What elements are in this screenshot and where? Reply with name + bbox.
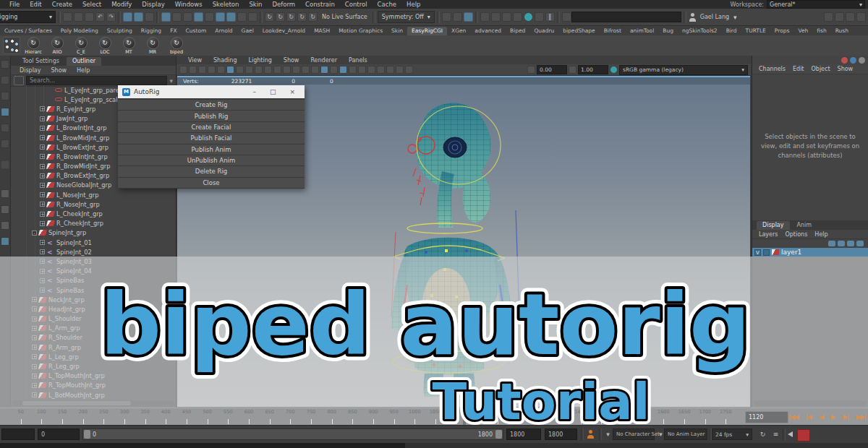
- hierarchy-dots-icon[interactable]: [3, 37, 20, 54]
- make-live-icon[interactable]: [216, 12, 225, 22]
- expand-toggle-icon[interactable]: +: [40, 240, 45, 245]
- shelf-tab-mash[interactable]: MASH: [310, 27, 334, 35]
- create-rig-button[interactable]: Create Rig: [118, 100, 305, 110]
- layer-menu-help[interactable]: Help: [811, 231, 831, 238]
- outliner-filter-icon[interactable]: [14, 76, 24, 85]
- outliner-item-headjnt-grp[interactable]: +HeadJnt_grp: [11, 304, 176, 314]
- redo-icon[interactable]: ↷: [106, 12, 116, 22]
- shelf-button-c-e[interactable]: ↻C_E: [70, 36, 92, 56]
- outliner-item-l-cheekjnt-grp[interactable]: +L_CheekJnt_grp: [11, 209, 176, 218]
- shelf-tab-quadru[interactable]: Quadru: [529, 27, 558, 35]
- viewport-menu-renderer[interactable]: Renderer: [305, 57, 343, 64]
- paint-select-tool-icon[interactable]: [1, 92, 9, 100]
- outliner-item-spinejnt-01[interactable]: +<SpineJnt_01: [11, 238, 176, 247]
- menu-modify[interactable]: Modify: [106, 1, 137, 8]
- film-gate-icon[interactable]: [255, 66, 263, 74]
- animation-preferences-icon[interactable]: [797, 429, 810, 441]
- anim-layer-selector[interactable]: No Anim Layer: [664, 428, 707, 440]
- viewport-menu-panels[interactable]: Panels: [343, 57, 373, 64]
- expand-toggle-icon[interactable]: +: [32, 383, 37, 388]
- layout-four-pane-icon[interactable]: [1, 205, 9, 214]
- expand-toggle-icon[interactable]: +: [40, 202, 45, 207]
- playback-start-field[interactable]: 0: [38, 428, 80, 440]
- expand-toggle-icon[interactable]: +: [40, 154, 45, 159]
- shelf-tab-turtle[interactable]: TURTLE: [741, 27, 770, 35]
- playback-button-5[interactable]: ▶▶|: [854, 413, 867, 421]
- layer-menu-options[interactable]: Options: [781, 231, 811, 238]
- shadows-icon[interactable]: [367, 66, 375, 74]
- shelf-tab-animtool[interactable]: animTool: [626, 27, 658, 35]
- anim-snapshot-icon[interactable]: [491, 12, 501, 22]
- new-scene-icon[interactable]: [63, 12, 72, 22]
- move-layer-down-icon[interactable]: [838, 241, 845, 246]
- expand-toggle-icon[interactable]: +: [32, 297, 37, 302]
- expand-toggle-icon[interactable]: +: [40, 106, 45, 111]
- shaded-icon[interactable]: [320, 66, 328, 74]
- new-layer-icon[interactable]: [856, 241, 864, 246]
- shelf-tab-arnold[interactable]: Arnold: [210, 27, 237, 35]
- toggle-attribute-editor-icon[interactable]: [846, 12, 855, 22]
- shelf-tab-xgen[interactable]: XGen: [447, 27, 470, 35]
- shelf-tab-fish[interactable]: fish: [812, 27, 830, 35]
- field-chart-icon[interactable]: [283, 66, 291, 74]
- snap-together-icon[interactable]: [226, 12, 236, 22]
- shelf-tab-bird[interactable]: Bird: [722, 27, 741, 35]
- menu-windows[interactable]: Windows: [170, 1, 208, 8]
- exposure-icon[interactable]: [527, 66, 535, 74]
- shelf-tab-props[interactable]: Props: [770, 27, 794, 35]
- shelf-button-allo[interactable]: ↻AllO: [46, 36, 68, 56]
- shelf-tab-rigging[interactable]: Rigging: [137, 27, 166, 35]
- playback-button-2[interactable]: ◀: [817, 413, 824, 421]
- shelf-tab-easyrigcgi[interactable]: EasyRigCGI: [407, 27, 447, 35]
- expand-toggle-icon[interactable]: +: [32, 326, 37, 331]
- pin-icon[interactable]: [841, 57, 848, 64]
- isolate-select-icon[interactable]: [405, 66, 413, 74]
- camera-lock-icon[interactable]: [189, 66, 197, 74]
- time-ruler[interactable]: 5010015020025030035040045050055060065070…: [0, 408, 746, 426]
- range-end-handle[interactable]: [495, 430, 502, 439]
- lighting-icon[interactable]: [358, 66, 366, 74]
- layer-visibility-toggle[interactable]: V: [754, 249, 761, 256]
- search-input[interactable]: [26, 76, 167, 85]
- last-tool-icon[interactable]: [1, 160, 9, 169]
- wireframe-on-shaded-icon[interactable]: [339, 66, 347, 74]
- toggle-modeling-toolkit-icon[interactable]: [824, 12, 833, 22]
- layout-custom-icon[interactable]: [1, 237, 9, 246]
- shelf-tab-poly-modeling[interactable]: Poly Modeling: [56, 27, 103, 35]
- tab-display[interactable]: Display: [757, 221, 790, 230]
- layout-single-pane-icon[interactable]: [1, 189, 9, 198]
- grease-pencil-icon[interactable]: [236, 66, 244, 74]
- outliner-menu-show[interactable]: Show: [47, 67, 72, 74]
- input-operations-icon[interactable]: ↻: [276, 12, 285, 22]
- lock-icon[interactable]: [237, 12, 247, 22]
- render-settings-icon[interactable]: [524, 12, 533, 22]
- shelf-tab-custom[interactable]: Custom: [182, 27, 211, 35]
- expand-toggle-icon[interactable]: +: [40, 259, 45, 264]
- symmetry-selector[interactable]: Symmetry: Off ▾: [378, 11, 435, 23]
- channel-box-menu-channels[interactable]: Channels: [755, 66, 789, 72]
- viewport-menu-lighting[interactable]: Lighting: [242, 57, 277, 64]
- slider-mode-icon[interactable]: [859, 57, 865, 64]
- range-slider[interactable]: 0 1800: [82, 428, 503, 440]
- chevron-down-icon[interactable]: ▾: [603, 430, 613, 439]
- expand-toggle-icon[interactable]: +: [32, 364, 37, 369]
- motion-trail-icon[interactable]: [502, 12, 511, 22]
- pause-icon[interactable]: ‖: [545, 12, 555, 22]
- expand-toggle-icon[interactable]: +: [40, 192, 45, 197]
- viewport-menu-show[interactable]: Show: [278, 57, 305, 64]
- ghosting-icon[interactable]: [513, 12, 522, 22]
- outliner-item-l-nosejnt-grp[interactable]: +L_NoseJnt_grp: [11, 190, 176, 199]
- 2d-pan-zoom-icon[interactable]: [226, 66, 234, 74]
- outliner-item-spinejnt-03[interactable]: +<SpineJnt_03: [11, 257, 176, 266]
- viewport-menu-shading[interactable]: Shading: [208, 57, 243, 64]
- shelf-tab-sculpting[interactable]: Sculpting: [103, 27, 137, 35]
- empty-layer-icon[interactable]: [847, 241, 854, 246]
- playback-button-0[interactable]: |◀◀: [787, 413, 799, 421]
- expand-toggle-icon[interactable]: +: [40, 221, 45, 226]
- outliner-item-neckjnt-grp[interactable]: +NeckJnt_grp: [11, 295, 176, 304]
- shelf-tab-veh[interactable]: Veh: [793, 27, 812, 35]
- toggle-channel-box-icon[interactable]: [856, 12, 866, 22]
- shelf-button-loc[interactable]: ↻LOC: [94, 36, 116, 56]
- gamma-field[interactable]: 1.00: [578, 65, 608, 74]
- close-icon[interactable]: ×: [284, 88, 300, 95]
